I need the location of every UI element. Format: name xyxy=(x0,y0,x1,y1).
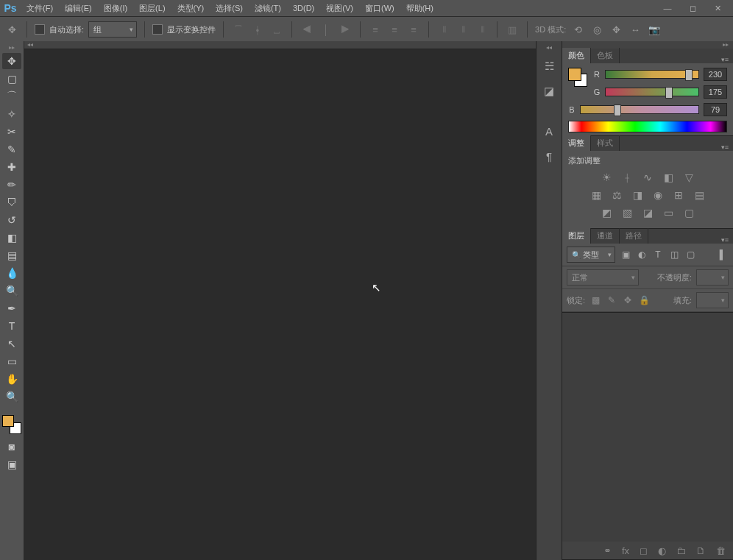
channel-mixer-icon[interactable]: ⊞ xyxy=(672,188,685,202)
menu-view[interactable]: 视图(V) xyxy=(320,0,359,16)
lasso-tool[interactable]: ⌒ xyxy=(2,88,21,104)
brightness-contrast-icon[interactable]: ☀ xyxy=(600,171,613,184)
clone-stamp-tool[interactable]: ⛉ xyxy=(2,194,21,210)
menu-type[interactable]: 类型(Y) xyxy=(171,0,210,16)
tab-styles[interactable]: 样式 xyxy=(591,135,620,151)
path-selection-tool[interactable]: ↖ xyxy=(2,336,21,352)
r-value-input[interactable]: 230 xyxy=(704,68,727,81)
menu-image[interactable]: 图像(I) xyxy=(98,0,133,16)
history-panel-icon[interactable]: ☵ xyxy=(539,56,559,77)
maximize-button[interactable]: ◻ xyxy=(687,4,698,13)
hand-tool[interactable]: ✋ xyxy=(2,371,21,387)
tab-swatches[interactable]: 色板 xyxy=(591,48,620,63)
new-adjustment-layer-icon[interactable]: ◐ xyxy=(658,545,666,556)
new-group-icon[interactable]: 🗀 xyxy=(676,545,686,556)
threshold-icon[interactable]: ◪ xyxy=(641,206,654,219)
auto-select-checkbox[interactable] xyxy=(35,24,45,35)
b-value-input[interactable]: 79 xyxy=(704,103,727,116)
photo-filter-icon[interactable]: ◉ xyxy=(651,188,665,202)
menu-file[interactable]: 文件(F) xyxy=(21,0,59,16)
color-balance-icon[interactable]: ⚖ xyxy=(610,188,623,202)
align-vcenter-icon[interactable]: ⍿ xyxy=(250,22,265,37)
3d-slide-icon[interactable]: ↔ xyxy=(628,22,642,37)
exposure-icon[interactable]: ◧ xyxy=(662,171,675,184)
pen-tool[interactable]: ✒ xyxy=(2,300,21,316)
gradient-tool[interactable]: ▤ xyxy=(2,247,21,263)
menu-help[interactable]: 帮助(H) xyxy=(400,0,439,16)
menu-select[interactable]: 选择(S) xyxy=(210,0,249,16)
tool-collapse-icon[interactable]: ▸▸ xyxy=(0,44,24,52)
gradient-map-icon[interactable]: ▭ xyxy=(662,206,675,219)
show-transform-checkbox[interactable] xyxy=(152,24,163,35)
curves-icon[interactable]: ∿ xyxy=(641,171,654,184)
zoom-tool[interactable]: 🔍 xyxy=(2,389,21,405)
black-white-icon[interactable]: ◨ xyxy=(631,188,644,202)
color-panel-menu-icon[interactable]: ▾≡ xyxy=(717,56,733,63)
layer-mask-icon[interactable]: ◻ xyxy=(640,545,648,556)
b-slider[interactable] xyxy=(580,105,699,114)
invert-icon[interactable]: ◩ xyxy=(600,206,613,219)
distribute-top-icon[interactable]: ≡ xyxy=(368,22,383,37)
3d-roll-icon[interactable]: ◎ xyxy=(589,22,604,37)
lock-position-icon[interactable]: ✥ xyxy=(622,294,634,306)
auto-select-dropdown[interactable]: 组 xyxy=(88,21,137,38)
distribute-bottom-icon[interactable]: ≡ xyxy=(406,22,421,37)
tab-color[interactable]: 颜色 xyxy=(562,48,591,63)
foreground-background-swatch[interactable] xyxy=(2,415,21,434)
filter-type-icon[interactable]: T xyxy=(652,249,664,260)
quick-mask-tool[interactable]: ◙ xyxy=(2,439,21,455)
opacity-dropdown[interactable] xyxy=(696,269,729,286)
distribute-left-icon[interactable]: ⦀ xyxy=(436,22,451,37)
lock-transparency-icon[interactable]: ▩ xyxy=(589,294,601,306)
canvas-area[interactable]: ◂◂ ↖ xyxy=(24,41,536,560)
color-panel-swatch[interactable] xyxy=(568,68,587,87)
r-slider[interactable] xyxy=(605,70,699,79)
magic-wand-tool[interactable]: ✧ xyxy=(2,106,21,122)
link-layers-icon[interactable]: ⚭ xyxy=(603,545,612,556)
layer-list[interactable] xyxy=(562,312,733,542)
blur-tool[interactable]: 💧 xyxy=(2,265,21,281)
type-tool[interactable]: T xyxy=(2,318,21,334)
marquee-tool[interactable]: ▢ xyxy=(2,71,21,87)
paragraph-panel-icon[interactable]: ¶ xyxy=(539,146,559,166)
fill-dropdown[interactable] xyxy=(696,292,729,308)
crop-tool[interactable]: ✂ xyxy=(2,124,21,140)
healing-brush-tool[interactable]: ✚ xyxy=(2,159,21,175)
distribute-right-icon[interactable]: ⦀ xyxy=(475,22,489,37)
layers-panel-menu-icon[interactable]: ▾≡ xyxy=(717,236,733,244)
brush-tool[interactable]: ✏ xyxy=(2,177,21,193)
levels-icon[interactable]: ⟊ xyxy=(620,171,634,184)
eyedropper-tool[interactable]: ✎ xyxy=(2,141,21,157)
filter-shape-icon[interactable]: ◫ xyxy=(668,249,680,260)
vibrance-icon[interactable]: ▽ xyxy=(682,171,695,184)
adjust-panel-menu-icon[interactable]: ▾≡ xyxy=(717,143,733,151)
filter-adjust-icon[interactable]: ◐ xyxy=(636,249,648,260)
properties-panel-icon[interactable]: ◪ xyxy=(539,81,559,102)
menu-edit[interactable]: 编辑(E) xyxy=(59,0,98,16)
tab-channels[interactable]: 通道 xyxy=(591,228,620,244)
tab-adjustments[interactable]: 调整 xyxy=(562,135,591,151)
align-left-icon[interactable]: ⯇ xyxy=(300,22,314,37)
character-panel-icon[interactable]: A xyxy=(539,121,559,141)
3d-orbit-icon[interactable]: ⟲ xyxy=(570,22,585,37)
lock-all-icon[interactable]: 🔒 xyxy=(638,294,650,306)
minimize-button[interactable]: — xyxy=(662,4,673,13)
tab-paths[interactable]: 路径 xyxy=(620,228,648,244)
hue-saturation-icon[interactable]: ▦ xyxy=(589,188,603,202)
shape-tool[interactable]: ▭ xyxy=(2,353,21,369)
distribute-vcenter-icon[interactable]: ≡ xyxy=(387,22,402,37)
lock-image-icon[interactable]: ✎ xyxy=(606,294,617,306)
g-value-input[interactable]: 175 xyxy=(704,85,727,99)
3d-pan-icon[interactable]: ✥ xyxy=(609,22,623,37)
new-layer-icon[interactable]: 🗋 xyxy=(696,545,706,556)
menu-window[interactable]: 窗口(W) xyxy=(359,0,400,16)
posterize-icon[interactable]: ▧ xyxy=(620,206,634,219)
selective-color-icon[interactable]: ▢ xyxy=(682,206,695,219)
menu-3d[interactable]: 3D(D) xyxy=(287,0,320,16)
move-tool[interactable]: ✥ xyxy=(2,53,21,69)
move-tool-indicator-icon[interactable]: ✥ xyxy=(4,22,19,37)
auto-align-icon[interactable]: ▥ xyxy=(505,22,520,37)
filter-smart-icon[interactable]: ▢ xyxy=(684,249,696,260)
foreground-color-swatch[interactable] xyxy=(2,415,14,427)
layer-filter-kind-dropdown[interactable]: 🔍 类型 xyxy=(567,247,615,263)
